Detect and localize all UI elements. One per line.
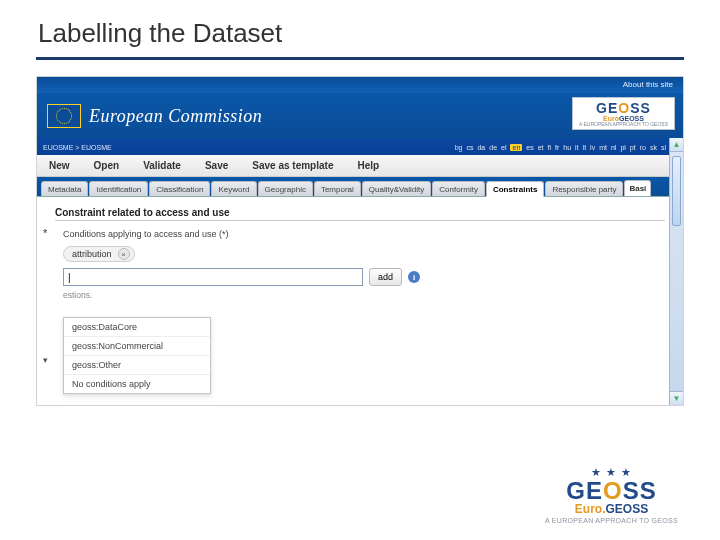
logo-tag: A EUROPEAN APPROACH TO GEOSS — [545, 517, 678, 524]
lang-fr[interactable]: fr — [555, 144, 559, 151]
hint-text: estions. — [63, 290, 665, 300]
lang-fi[interactable]: fi — [548, 144, 552, 151]
lang-sl[interactable]: sl — [661, 144, 666, 151]
lang-el[interactable]: el — [501, 144, 506, 151]
logo-part: SS — [623, 477, 657, 504]
lang-bar: EUOSME > EUOSME bgcsdadeelenesetfifrhuit… — [37, 139, 683, 155]
lang-switcher[interactable]: bgcsdadeelenesetfifrhuitltlvmtnlplptrosk… — [455, 144, 677, 151]
lang-it[interactable]: it — [575, 144, 579, 151]
menu-open[interactable]: Open — [82, 160, 132, 171]
tab-quality-validity[interactable]: Quality&Validity — [362, 181, 431, 196]
menu-help[interactable]: Help — [345, 160, 391, 171]
lang-et[interactable]: et — [538, 144, 544, 151]
footer-logo: ★ ★ ★ GEOSS Euro.GEOSS A EUROPEAN APPROA… — [545, 467, 678, 524]
lang-en[interactable]: en — [510, 144, 522, 151]
chip-remove-icon[interactable]: × — [118, 248, 130, 260]
chip-attribution[interactable]: attribution × — [63, 246, 135, 262]
logo-part: GE — [596, 100, 618, 116]
screenshot-frame: About this site European Commission GEOS… — [36, 76, 684, 406]
lang-pt[interactable]: pt — [630, 144, 636, 151]
tab-classification[interactable]: Classification — [149, 181, 210, 196]
lang-bg[interactable]: bg — [455, 144, 463, 151]
ac-option[interactable]: geoss:DataCore — [64, 318, 210, 337]
lang-mt[interactable]: mt — [599, 144, 607, 151]
geoss-logo: GEOSS EuroGEOSS A EUROPEAN APPROACH TO G… — [572, 97, 675, 130]
about-link[interactable]: About this site — [623, 80, 673, 89]
chip-label: attribution — [72, 249, 112, 259]
breadcrumb: EUOSME > EUOSME — [43, 144, 112, 151]
required-marker: * — [43, 227, 47, 239]
banner: European Commission GEOSS EuroGEOSS A EU… — [37, 93, 683, 139]
slide-title: Labelling the Dataset — [0, 0, 720, 57]
logo-sub: Euro. — [575, 502, 606, 516]
tabs-row: MetadataIdentificationClassificationKeyw… — [37, 177, 683, 197]
menu-new[interactable]: New — [37, 160, 82, 171]
collapse-caret-icon[interactable]: ▾ — [43, 355, 48, 365]
logo-part: O — [618, 100, 630, 116]
tab-keyword[interactable]: Keyword — [211, 181, 256, 196]
tab-temporal[interactable]: Temporal — [314, 181, 361, 196]
top-strip: About this site — [37, 77, 683, 93]
banner-title: European Commission — [89, 106, 262, 127]
section-heading: Constraint related to access and use — [55, 207, 665, 218]
vertical-scrollbar[interactable]: ▲ ▼ — [669, 138, 683, 405]
logo-tag: A EUROPEAN APPROACH TO GEOSS — [579, 122, 668, 127]
lang-nl[interactable]: nl — [611, 144, 616, 151]
lang-da[interactable]: da — [477, 144, 485, 151]
menu-validate[interactable]: Validate — [131, 160, 193, 171]
ac-option[interactable]: geoss:NonCommercial — [64, 337, 210, 356]
tab-identification[interactable]: Identification — [89, 181, 148, 196]
lang-pl[interactable]: pl — [620, 144, 625, 151]
tab-constraints[interactable]: Constraints — [486, 181, 544, 197]
menu-save-as-template[interactable]: Save as template — [240, 160, 345, 171]
slide-rule — [36, 57, 684, 60]
lang-sk[interactable]: sk — [650, 144, 657, 151]
add-button[interactable]: add — [369, 268, 402, 286]
section-divider — [55, 220, 665, 221]
lang-de[interactable]: de — [489, 144, 497, 151]
lang-lt[interactable]: lt — [583, 144, 587, 151]
lang-ro[interactable]: ro — [640, 144, 646, 151]
tab-metadata[interactable]: Metadata — [41, 181, 88, 196]
conditions-input[interactable] — [63, 268, 363, 286]
field-label-conditions: Conditions applying to access and use (*… — [63, 229, 665, 239]
menu-save[interactable]: Save — [193, 160, 240, 171]
lang-es[interactable]: es — [526, 144, 533, 151]
ac-option[interactable]: geoss:Other — [64, 356, 210, 375]
tab-geographic[interactable]: Geographic — [258, 181, 313, 196]
menu-bar: NewOpenValidateSaveSave as templateHelp — [37, 155, 683, 177]
logo-sub: GEOSS — [605, 502, 648, 516]
logo-part: SS — [630, 100, 651, 116]
eu-flag-icon — [47, 104, 81, 128]
lang-lv[interactable]: lv — [590, 144, 595, 151]
autocomplete-dropdown[interactable]: geoss:DataCoregeoss:NonCommercialgeoss:O… — [63, 317, 211, 394]
lang-cs[interactable]: cs — [466, 144, 473, 151]
scroll-down-icon[interactable]: ▼ — [670, 391, 683, 405]
lang-hu[interactable]: hu — [563, 144, 571, 151]
tab-responsible-party[interactable]: Responsible party — [545, 181, 623, 196]
scroll-thumb[interactable] — [672, 156, 681, 226]
ac-option[interactable]: No conditions apply — [64, 375, 210, 393]
tab-overflow[interactable]: Basi — [624, 180, 651, 196]
logo-part: O — [603, 477, 623, 504]
form-content: Constraint related to access and use * C… — [37, 197, 683, 405]
logo-part: GE — [566, 477, 603, 504]
scroll-up-icon[interactable]: ▲ — [670, 138, 683, 152]
info-icon[interactable]: i — [408, 271, 420, 283]
tab-conformity[interactable]: Conformity — [432, 181, 485, 196]
